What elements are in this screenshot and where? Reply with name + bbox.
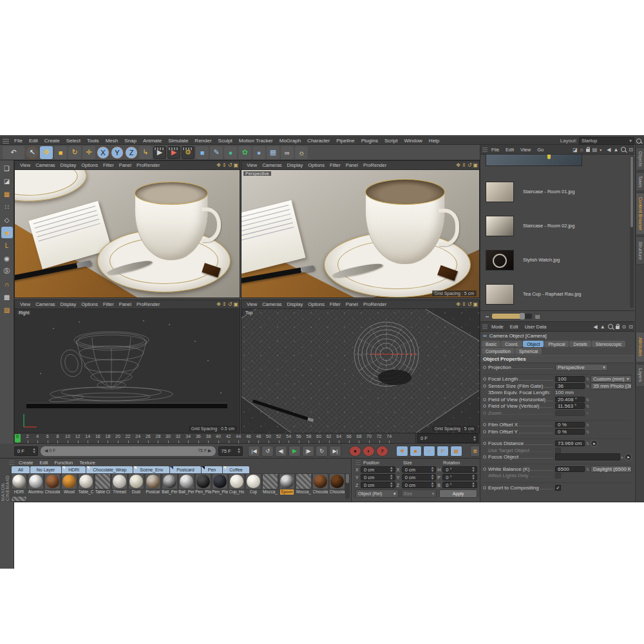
toggle-view-icon[interactable]: ▣ [233,162,238,168]
tab-composition[interactable]: Composition [482,348,515,354]
layer-tab-chocolate-wrap[interactable]: Chocolate_Wrap [86,466,133,473]
picker-icon[interactable]: ➤ [591,440,598,447]
app-icon[interactable] [3,138,9,144]
loop-button[interactable]: ↻ [316,446,328,457]
render-settings-button[interactable]: ⚙ [182,146,194,159]
layer-tab-pen[interactable]: Pen [202,466,222,473]
autokeying-button[interactable]: ◐ [363,446,375,457]
viewport-menu-filter[interactable]: Filter [100,301,117,307]
viewport-menu-display[interactable]: Display [58,301,79,307]
attr-dropdown[interactable]: Perspective▾ [555,364,608,371]
key-rotation-button[interactable]: ○ [423,446,435,457]
viewport-menu-panel[interactable]: Panel [343,301,361,307]
viewport-right[interactable]: ViewCamerasDisplayOptionsFilterPanelProR… [14,299,240,433]
zoom-view-icon[interactable]: ⇕ [222,301,227,307]
animate-dot-icon[interactable] [483,430,486,433]
workplane-icon[interactable]: ▨ [1,304,13,316]
pan-view-icon[interactable]: ✥ [456,162,460,168]
add-spline-pen-button[interactable]: ✎ [210,146,223,159]
material-table-c[interactable]: Table_C [78,473,94,495]
viewport-menu-view[interactable]: View [244,301,260,307]
texture-mode-icon[interactable]: ▦ [1,188,13,200]
material-wood[interactable]: Wood [61,473,77,495]
add-light-button[interactable]: ☼ [295,146,308,159]
material-aluminu[interactable]: Aluminu [28,473,44,495]
viewport-menu-prorender[interactable]: ProRender [134,301,162,307]
menu-file[interactable]: File [488,147,502,153]
material-dust[interactable]: Dust [128,473,144,495]
position-y-field[interactable]: 0 cm▲▼ [361,474,395,480]
viewport-perspective-main[interactable]: ViewCamerasDisplayOptionsFilterPanelProR… [14,160,240,298]
material-row2-partial[interactable] [11,496,27,502]
menu-select[interactable]: Select [63,138,84,144]
viewport-menu-display[interactable]: Display [285,162,306,168]
rotation-b-field[interactable]: 0 °▲▼ [442,482,477,488]
animate-dot-icon[interactable] [483,412,486,415]
up-icon[interactable]: ▲ [600,324,605,330]
viewport-menu-panel[interactable]: Panel [117,162,134,168]
back-icon[interactable]: ◀ [594,324,598,330]
toggle-view-icon[interactable]: ▣ [473,301,478,307]
previous-frame-button[interactable]: ◀| [275,446,287,457]
viewport-perspective[interactable]: ViewCamerasDisplayOptionsFilterPanelProR… [241,160,480,298]
back-icon[interactable]: ◀ [607,147,611,153]
material-cup[interactable]: Cup [245,473,261,495]
size-x-field[interactable]: 0 cm▲▼ [402,466,437,473]
material-chocola[interactable]: Chocola [44,473,61,495]
file-item-tea-cup-raphael-rau-jpg[interactable]: Tea Cup - Raphael Rau.jpg [480,277,634,311]
viewport-menu-options[interactable]: Options [305,301,327,307]
material-mocca[interactable]: Mocca_ [296,473,312,495]
material-hdri[interactable]: HDRI [11,473,27,495]
key-position-button[interactable]: ✥ [396,446,408,457]
menu-function[interactable]: Function [51,460,76,466]
move-tool[interactable]: ✥ [40,146,53,159]
layer-tab-postcard[interactable]: Postcard [170,466,201,473]
live-selection-tool[interactable]: ↖ [26,146,39,159]
menu-file[interactable]: File [11,138,26,144]
viewport-menu-prorender[interactable]: ProRender [134,162,162,168]
add-environment-button[interactable]: ▦ [267,146,279,159]
viewport-menu-cameras[interactable]: Cameras [33,301,57,307]
attr-value-field[interactable]: 0 % [555,429,585,435]
attr-dropdown[interactable]: Custom (mm)▾ [591,375,632,383]
material-postcar[interactable]: Postcar [145,473,161,495]
menu-character[interactable]: Character [304,138,333,144]
rotation-h-field[interactable]: 0 °▲▼ [442,466,477,473]
attr-value-field[interactable]: 100 [555,376,585,382]
attr-dropdown[interactable]: Daylight (6500 K)▾ [591,466,632,473]
rotate-view-icon[interactable]: ↺ [468,301,472,307]
viewport-menu-view[interactable]: View [17,301,33,307]
menu-simulate[interactable]: Simulate [165,138,191,144]
menu-user-data[interactable]: User Data [522,324,550,330]
attr-value-field[interactable]: 11.563 ° [555,403,585,409]
viewport-wireframe-area[interactable]: Right Grid Spacing : 0.5 cm [15,309,240,433]
search-icon[interactable] [636,138,641,144]
search-icon[interactable] [608,324,613,329]
panel-tab-takes[interactable]: Takes [636,172,644,191]
menu-window[interactable]: Window [401,138,425,144]
edge-mode-icon[interactable]: ◇ [1,214,13,225]
attr-value-field[interactable]: 0 % [555,422,585,428]
size-mode-dropdown[interactable]: Size▾ [401,489,437,498]
menu-animate[interactable]: Animate [140,138,165,144]
menu-render[interactable]: Render [191,138,214,144]
viewport-menu-prorender[interactable]: ProRender [361,162,389,168]
filter-icon[interactable]: ◪ [573,147,578,153]
viewport-wireframe-area[interactable]: Top Grid Spacing : 5 cm [242,309,479,433]
key-scale-button[interactable]: ■ [410,446,422,457]
tab-basic[interactable]: Basic [482,341,500,347]
rotation-p-field[interactable]: 0 °▲▼ [442,474,477,480]
viewport-render-area[interactable] [15,170,240,298]
zoom-view-icon[interactable]: ⇕ [222,162,227,168]
material-chocola[interactable]: Chocola [312,473,328,495]
thumbnail-size-slider[interactable] [492,314,532,319]
animate-dot-icon[interactable] [483,486,486,489]
panel-tab-objects[interactable]: Objects [636,147,644,171]
catalog-icon[interactable]: ▤ [592,147,598,153]
history-icon[interactable]: ⊙ [622,324,627,330]
timeline-ruler[interactable]: 0246810121416182022242628303234363840424… [14,433,480,444]
toggle-view-icon[interactable]: ▣ [473,162,478,168]
position-x-field[interactable]: 0 cm▲▼ [361,466,395,473]
rotate-view-icon[interactable]: ↺ [228,162,232,168]
enable-axis-icon[interactable]: L [1,240,13,251]
